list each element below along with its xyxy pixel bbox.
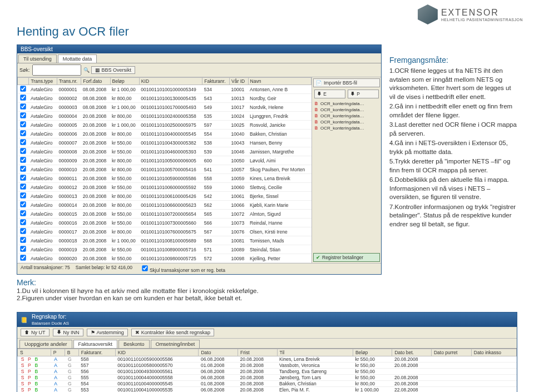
reg-col-header[interactable]: Fakturanr.	[78, 349, 115, 356]
table-row[interactable]: AvtaleGiro000001420.08.2008kr 800,000010…	[18, 201, 312, 210]
status-skjul-checkbox[interactable]: Skjul transaksjoner som er reg. beta	[138, 265, 225, 273]
reg-tab-fakturaoversikt[interactable]: Fakturaoversikt	[73, 340, 118, 348]
kontrakter-regnskap-button[interactable]: ✖Kontrakter ikke sendt regnskap	[131, 329, 214, 336]
table-row[interactable]: AvtaleGiro000000920.08.2008kr 800,000010…	[18, 156, 312, 165]
row-checkbox[interactable]	[20, 201, 26, 207]
reg-col-header[interactable]: P	[51, 349, 65, 356]
row-checkbox[interactable]	[20, 157, 26, 162]
ocr-file-item[interactable]: 🗎OCR_konteringdata…	[313, 125, 380, 131]
bbs-col-header[interactable]: KID	[139, 78, 202, 85]
brand-logo: EXTENSOR HELHETLIG PASIENTADMINISTRASJON	[418, 4, 523, 24]
row-checkbox[interactable]	[20, 112, 26, 118]
reg-tab-omsetning[interactable]: Omsetning/innbet	[151, 340, 200, 348]
bbs-col-header[interactable]: Trans.type	[29, 78, 57, 85]
bbs-col-header[interactable]: Navn	[248, 78, 311, 85]
table-row[interactable]: AvtaleGiro000001320.08.2008kr 800,000010…	[18, 192, 312, 201]
bbs-col-header[interactable]: Vår ID	[230, 78, 249, 85]
reg-col-header[interactable]: Dato purret	[431, 349, 471, 356]
ocr-file-item[interactable]: 🗎OCR_konteringdata…	[313, 107, 380, 113]
reg-col-header[interactable]: KID	[115, 349, 199, 356]
table-row[interactable]: AvtaleGiro000000820.08.2008kr 550,000010…	[18, 147, 312, 156]
table-row[interactable]: AvtaleGiro000001820.08.2008kr 1 000,0000…	[18, 236, 312, 245]
row-checkbox[interactable]	[20, 183, 26, 189]
reg-tab-uoppgjorte[interactable]: Uoppgjorte andeler	[19, 340, 72, 348]
table-row[interactable]: AvtaleGiro000001120.08.2008kr 550,000010…	[18, 174, 312, 183]
table-row[interactable]: S P BAG55700100110100580000557001.08.200…	[18, 363, 517, 369]
ny-inn-label: Ny INN	[63, 330, 80, 335]
row-checkbox[interactable]	[20, 166, 26, 171]
avstemming-button[interactable]: ⚑Avstemming	[87, 329, 128, 336]
bbs-col-header[interactable]: Trans.nr.	[57, 78, 81, 85]
reg-col-header[interactable]: S	[18, 349, 51, 356]
reg-col-header[interactable]: Frist	[238, 349, 278, 356]
table-row[interactable]: S P BAG55800100110100590000558606.08.200…	[18, 356, 517, 363]
table-row[interactable]: AvtaleGiro000002020.08.2008kr 550,000010…	[18, 254, 312, 263]
table-row[interactable]: AvtaleGiro000000620.08.2008kr 800,000010…	[18, 130, 312, 138]
search-input[interactable]	[32, 64, 81, 76]
status-count: Antall transaksjoner: 75	[21, 265, 70, 273]
row-checkbox[interactable]	[20, 210, 26, 216]
table-row[interactable]: AvtaleGiro000001720.08.2008kr 800,000010…	[18, 227, 312, 236]
reg-col-header[interactable]: Dato bet.	[392, 349, 432, 356]
regnskap-title-icon: 📒	[21, 317, 27, 323]
import-bbs-fil-button[interactable]: 📄Importér BBS-fil	[313, 78, 380, 87]
ocr-file-item[interactable]: 🗎OCR_konteringdata…	[313, 119, 380, 125]
table-row[interactable]: AvtaleGiro000001520.08.2008kr 550,000010…	[18, 210, 312, 219]
table-row[interactable]: S P BAG55400100110100400000554501.08.200…	[18, 381, 517, 387]
reg-col-header[interactable]: Dato	[199, 349, 238, 356]
ocr-file-item[interactable]: 🗎OCR_konteringdata…	[313, 101, 380, 107]
search-icon[interactable]: 🔍	[83, 67, 89, 73]
registrer-betalinger-button[interactable]: ✔Registrer betalinger	[313, 253, 380, 262]
ny-inn-button[interactable]: 🡇Ny INN	[53, 329, 83, 336]
tab-mottatte-data[interactable]: Mottatte data	[58, 54, 97, 63]
bbs-col-header[interactable]: Forf.dato	[81, 78, 110, 85]
row-checkbox[interactable]	[20, 219, 26, 225]
table-row[interactable]: S P BAG55500100110004400000555806.08.200…	[18, 375, 517, 381]
row-checkbox[interactable]	[20, 103, 26, 109]
side-e-button[interactable]: 🡇 E	[314, 90, 345, 98]
status-s-icon: S	[20, 363, 26, 368]
bbs-col-header[interactable]	[18, 78, 29, 85]
bbs-oversikt-button[interactable]: ▦BBS Oversikt	[91, 66, 136, 74]
side-p-button[interactable]: 🡇 P	[348, 90, 379, 98]
reg-col-header[interactable]: Til	[277, 349, 353, 356]
table-row[interactable]: AvtaleGiro000000520.08.2008kr 1 000,0000…	[18, 121, 312, 130]
row-checkbox[interactable]	[20, 237, 26, 242]
step-line: 3.Last deretter ned OCR filene i OCR map…	[389, 121, 517, 138]
bbs-statusbar: Antall transaksjoner: 75 Samlet beløp: k…	[17, 263, 381, 274]
table-row[interactable]: S P BAG55600100110004930000556106.08.200…	[18, 369, 517, 375]
row-checkbox[interactable]	[20, 139, 26, 145]
row-checkbox[interactable]	[20, 121, 26, 127]
bbs-col-header[interactable]: Beløp	[110, 78, 139, 85]
row-checkbox[interactable]	[20, 95, 26, 100]
row-checkbox[interactable]	[20, 86, 26, 91]
table-row[interactable]: AvtaleGiro000001620.08.2008kr 550,000010…	[18, 219, 312, 227]
row-checkbox[interactable]	[20, 192, 26, 198]
ocr-file-item[interactable]: 🗎OCR_konteringdata…	[313, 113, 380, 119]
reg-tab-beskonto[interactable]: Beskonto	[118, 340, 150, 348]
table-row[interactable]: AvtaleGiro000000720.08.2008kr 550,000010…	[18, 138, 312, 147]
row-checkbox[interactable]	[20, 175, 26, 180]
step-line: 7.Kontroller informasjonen og trykk "reg…	[389, 203, 517, 229]
row-checkbox[interactable]	[20, 255, 26, 260]
table-row[interactable]: AvtaleGiro000001220.08.2008kr 550,000010…	[18, 183, 312, 192]
table-row[interactable]: AvtaleGiro000000108.08.2008kr 1 000,0000…	[18, 85, 312, 94]
row-checkbox[interactable]	[20, 246, 26, 251]
reg-col-header[interactable]: Beløp	[353, 349, 392, 356]
tab-til-utsending[interactable]: Til utsending	[18, 54, 57, 63]
reg-col-header[interactable]: Dato inkasso	[471, 349, 516, 356]
table-row[interactable]: AvtaleGiro000001020.08.2008kr 800,000010…	[18, 165, 312, 174]
status-b-icon: B	[33, 363, 39, 368]
regnskap-subtitle: Balansen Dode AS	[32, 321, 69, 326]
row-checkbox[interactable]	[20, 130, 26, 136]
table-row[interactable]: AvtaleGiro000000308.08.2008kr 1 000,0000…	[18, 103, 312, 112]
row-checkbox[interactable]	[20, 228, 26, 234]
ny-ut-button[interactable]: 🡅Ny UT	[21, 329, 50, 336]
table-row[interactable]: AvtaleGiro000000208.08.2008kr 800,000010…	[18, 94, 312, 103]
table-row[interactable]: AvtaleGiro000001920.08.2008kr 550,000010…	[18, 245, 312, 254]
row-checkbox[interactable]	[20, 148, 26, 153]
bbs-col-header[interactable]: Fakturanr.	[202, 78, 230, 85]
reg-col-header[interactable]: B	[65, 349, 78, 356]
table-row[interactable]: S P BAG55300100110004100000553506.08.200…	[18, 387, 517, 393]
table-row[interactable]: AvtaleGiro000000420.08.2008kr 800,000010…	[18, 112, 312, 121]
